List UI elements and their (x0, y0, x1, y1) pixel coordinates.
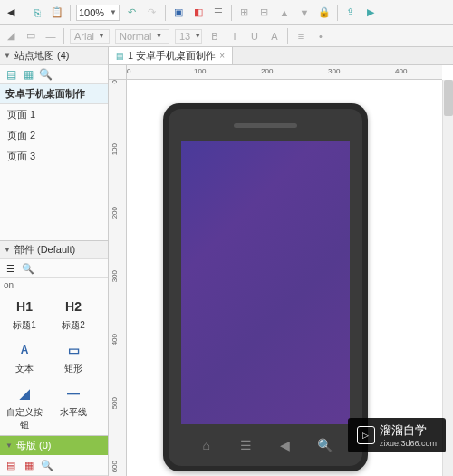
main-toolbar: ◀ ⎘ 📋 100% ▼ ↶ ↷ ▣ ◧ ☰ ⊞ ⊟ ▲ ▼ 🔒 ⇪ ▶ (0, 0, 453, 25)
align-left-icon[interactable]: ◧ (191, 5, 206, 20)
format-toolbar: ◢ ▭ — Arial▼ Normal▼ 13▼ B I U A ≡ • (0, 25, 453, 47)
caret-left-icon[interactable]: ◀ (4, 5, 18, 20)
play-icon: ▷ (357, 426, 375, 444)
fill-icon[interactable]: ◢ (4, 29, 18, 44)
search-sitemap-icon[interactable]: 🔍 (38, 67, 53, 82)
home-icon: ⌂ (198, 437, 215, 453)
masters-title: 母版 (0) (16, 439, 52, 452)
collapse-icon[interactable]: ▼ (5, 442, 13, 450)
group-icon[interactable]: ⊞ (237, 5, 252, 20)
watermark-brand: 溜溜自学 (380, 423, 437, 439)
sitemap-header: ▼ 站点地图 (4) (0, 47, 108, 65)
line-icon[interactable]: — (43, 29, 58, 44)
paste-icon[interactable]: 📋 (50, 5, 64, 20)
add-page-icon[interactable]: ▤ (4, 67, 18, 82)
sitemap-root[interactable]: 安卓手机桌面制作 (0, 84, 108, 104)
style-select[interactable]: Normal▼ (115, 29, 169, 44)
sitemap-page[interactable]: 页面 2 (0, 125, 108, 146)
publish-icon[interactable]: ⇪ (343, 5, 358, 20)
widget-text[interactable]: A 文本 (4, 339, 45, 375)
canvas-area: ▤ 1 安卓手机桌面制作 × 0 100 200 300 400 500 0 1… (109, 47, 453, 476)
widget-h1[interactable]: H1 标题1 (4, 296, 45, 332)
design-canvas[interactable]: ⌂ ☰ ◀ 🔍 (127, 80, 442, 476)
widget-search-icon[interactable]: 🔍 (21, 261, 35, 276)
align-group-icon[interactable]: ▣ (171, 5, 186, 20)
widget-rect[interactable]: ▭ 矩形 (53, 339, 94, 375)
watermark: ▷ 溜溜自学 zixue.3d66.com (348, 418, 446, 452)
widget-hline[interactable]: — 水平线 (53, 383, 94, 432)
fontsize-select[interactable]: 13▼ (175, 29, 202, 44)
scrollbar-vertical[interactable] (442, 80, 453, 476)
copy-icon[interactable]: ⎘ (30, 5, 44, 20)
zoom-select[interactable]: 100% ▼ (76, 5, 120, 21)
widget-h2[interactable]: H2 标题2 (53, 296, 94, 332)
scrollbar-thumb[interactable] (444, 80, 453, 116)
search-icon: 🔍 (316, 437, 333, 453)
font-select[interactable]: Arial▼ (70, 29, 110, 44)
bullet-icon[interactable]: • (313, 29, 328, 44)
redo-icon[interactable]: ↷ (145, 5, 159, 20)
sitemap-page[interactable]: 页面 3 (0, 146, 108, 167)
chevron-down-icon: ▼ (110, 8, 117, 16)
text-color-icon[interactable]: A (267, 29, 282, 44)
bold-icon[interactable]: B (207, 29, 222, 44)
preview-icon[interactable]: ▶ (363, 5, 378, 20)
distribute-icon[interactable]: ☰ (211, 5, 226, 20)
master-search-icon[interactable]: 🔍 (40, 458, 54, 472)
document-tab[interactable]: ▤ 1 安卓手机桌面制作 × (109, 47, 233, 64)
add-master-icon[interactable]: ▤ (4, 458, 18, 472)
watermark-url: zixue.3d66.com (380, 439, 437, 448)
phone-speaker (234, 123, 297, 128)
add-folder-icon[interactable]: ▦ (21, 67, 35, 82)
ruler-vertical[interactable]: 0 100 200 300 400 500 600 700 (109, 80, 127, 476)
sitemap-page[interactable]: 页面 1 (0, 104, 108, 125)
italic-icon[interactable]: I (227, 29, 242, 44)
underline-icon[interactable]: U (247, 29, 262, 44)
back-icon: ◀ (277, 437, 294, 453)
page-icon: ▤ (116, 52, 124, 61)
lock-icon[interactable]: 🔒 (317, 5, 332, 20)
phone-screen (181, 141, 350, 424)
phone-mockup[interactable]: ⌂ ☰ ◀ 🔍 (163, 103, 368, 471)
ruler-horizontal[interactable]: 0 100 200 300 400 500 (127, 65, 442, 80)
widget-custom-btn[interactable]: ◢ 自定义按钮 (4, 383, 45, 432)
widgets-title: 部件 (Default) (14, 243, 75, 257)
tab-label: 1 安卓手机桌面制作 (128, 49, 216, 63)
master-folder-icon[interactable]: ▦ (22, 458, 36, 472)
collapse-icon[interactable]: ▼ (4, 52, 11, 60)
widget-category: on (0, 278, 108, 292)
align-left-text-icon[interactable]: ≡ (294, 29, 308, 44)
left-panel: ▼ 站点地图 (4) ▤ ▦ 🔍 安卓手机桌面制作 页面 1 页面 2 页面 3… (0, 47, 109, 476)
undo-icon[interactable]: ↶ (125, 5, 140, 20)
close-icon[interactable]: × (219, 51, 225, 61)
menu-icon: ☰ (237, 437, 254, 453)
border-icon[interactable]: ▭ (24, 29, 38, 44)
widget-menu-icon[interactable]: ☰ (4, 261, 18, 276)
sitemap-title: 站点地图 (4) (14, 49, 70, 63)
ruler-corner (109, 65, 127, 80)
back-icon[interactable]: ▼ (297, 5, 312, 20)
widgets-header: ▼ 部件 (Default) (0, 241, 108, 259)
collapse-icon[interactable]: ▼ (4, 246, 11, 254)
masters-header: ▼ 母版 (0) (0, 435, 108, 455)
ungroup-icon[interactable]: ⊟ (257, 5, 272, 20)
front-icon[interactable]: ▲ (277, 5, 292, 20)
